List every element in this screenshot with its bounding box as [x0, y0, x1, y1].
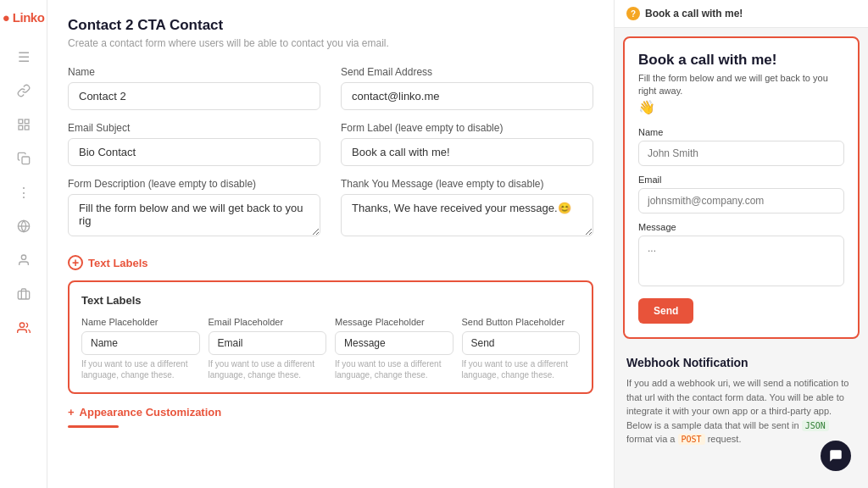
send-ph-hint: If you want to use a different language,… — [462, 358, 581, 380]
card-name-input[interactable] — [638, 141, 844, 166]
send-button[interactable]: Send — [638, 298, 693, 324]
sidebar-icon-globe[interactable] — [8, 211, 39, 241]
sidebar-icon-link[interactable] — [8, 75, 39, 106]
sidebar-icon-users[interactable] — [8, 313, 39, 343]
appearance-toggle[interactable]: + Appearance Customization — [68, 406, 593, 419]
text-labels-toggle[interactable]: + Text Labels — [68, 255, 593, 270]
page-subtitle: Create a contact form where users will b… — [68, 37, 593, 49]
webhook-section: Webhook Notification If you add a webhoo… — [615, 347, 868, 455]
card-email-input[interactable] — [638, 188, 844, 214]
preview-tab[interactable]: ? Book a call with me! — [615, 0, 868, 28]
svg-point-9 — [19, 323, 24, 327]
thankyou-input[interactable]: Thanks, We have received your message.😊 — [341, 194, 593, 236]
name-group: Name — [68, 66, 320, 110]
email-ph-hint: If you want to use a different language,… — [209, 358, 327, 380]
thankyou-label: Thank You Message (leave empty to disabl… — [341, 178, 593, 190]
card-message-label: Message — [638, 222, 844, 232]
content-area: Contact 2 CTA Contact Create a contact f… — [47, 0, 868, 488]
sidebar-icon-settings[interactable]: ⋮ — [8, 177, 39, 208]
sidebar-icon-copy[interactable] — [8, 143, 39, 174]
name-input[interactable] — [68, 82, 320, 110]
labels-grid: Name Placeholder If you want to use a di… — [81, 317, 580, 380]
message-ph-input[interactable] — [335, 331, 453, 355]
card-message-input[interactable] — [638, 236, 844, 286]
message-ph-hint: If you want to use a different language,… — [335, 358, 453, 380]
send-ph-label: Send Button Placeholder — [462, 317, 581, 327]
card-email-label: Email — [638, 175, 844, 185]
card-emoji: 👋 — [638, 100, 655, 114]
appearance-line — [68, 425, 119, 428]
svg-rect-1 — [25, 119, 29, 124]
form-grid: Name Send Email Address Email Subject Fo… — [68, 66, 593, 240]
email-label: Send Email Address — [341, 66, 593, 78]
text-labels-box: Text Labels Name Placeholder If you want… — [68, 280, 593, 394]
webhook-title: Webhook Notification — [626, 356, 856, 369]
email-input[interactable] — [341, 82, 593, 110]
json-tag: JSON — [802, 420, 829, 431]
sidebar: ● Linko ☰ ⋮ — [0, 0, 47, 488]
subject-label: Email Subject — [68, 122, 320, 134]
webhook-text: If you add a webhook uri, we will send a… — [626, 376, 856, 446]
message-ph-label: Message Placeholder — [335, 317, 453, 327]
svg-rect-8 — [18, 291, 29, 299]
email-ph-label: Email Placeholder — [209, 317, 327, 327]
text-labels-title: Text Labels — [81, 294, 580, 307]
name-ph-hint: If you want to use a different language,… — [81, 358, 200, 380]
name-placeholder-group: Name Placeholder If you want to use a di… — [81, 317, 200, 380]
sidebar-icon-page[interactable]: ☰ — [8, 42, 39, 72]
svg-point-7 — [21, 255, 25, 259]
preview-tab-label: Book a call with me! — [645, 8, 743, 19]
email-ph-input[interactable] — [209, 331, 327, 355]
logo: ● Linko — [3, 10, 45, 25]
svg-rect-2 — [25, 125, 29, 130]
text-labels-toggle-label: Text Labels — [88, 257, 148, 269]
appearance-plus-icon: + — [68, 406, 75, 419]
svg-rect-3 — [19, 125, 23, 130]
right-panel: ? Book a call with me! Book a call with … — [614, 0, 868, 488]
description-input[interactable]: Fill the form below and we will get back… — [68, 194, 320, 236]
thankyou-group: Thank You Message (leave empty to disabl… — [341, 178, 593, 240]
left-panel: Contact 2 CTA Contact Create a contact f… — [47, 0, 614, 488]
name-label: Name — [68, 66, 320, 78]
form-label-label: Form Label (leave empty to disable) — [341, 122, 593, 134]
sidebar-icon-id[interactable] — [8, 279, 39, 309]
chat-bubble[interactable] — [821, 441, 851, 471]
card-name-label: Name — [638, 127, 844, 137]
form-label-input[interactable] — [341, 138, 593, 166]
contact-card: Book a call with me! Fill the form below… — [623, 36, 860, 339]
description-label: Form Description (leave empty to disable… — [68, 178, 320, 190]
description-group: Form Description (leave empty to disable… — [68, 178, 320, 240]
send-placeholder-group: Send Button Placeholder If you want to u… — [462, 317, 581, 380]
question-icon: ? — [626, 7, 640, 20]
page-title: Contact 2 CTA Contact — [68, 17, 593, 34]
plus-icon: + — [68, 255, 83, 270]
card-desc: Fill the form below and we will get back… — [638, 72, 844, 117]
name-ph-label: Name Placeholder — [81, 317, 200, 327]
sidebar-icon-user[interactable] — [8, 245, 39, 275]
svg-rect-0 — [19, 119, 23, 124]
form-label-group: Form Label (leave empty to disable) — [341, 122, 593, 166]
send-ph-input[interactable] — [462, 331, 581, 355]
sidebar-icon-block[interactable] — [8, 109, 39, 140]
card-title: Book a call with me! — [638, 52, 844, 69]
message-placeholder-group: Message Placeholder If you want to use a… — [335, 317, 453, 380]
email-placeholder-group: Email Placeholder If you want to use a d… — [209, 317, 327, 380]
subject-input[interactable] — [68, 138, 320, 166]
subject-group: Email Subject — [68, 122, 320, 166]
name-ph-input[interactable] — [81, 331, 200, 355]
appearance-label: Appearance Customization — [80, 406, 222, 419]
main-content: Contact 2 CTA Contact Create a contact f… — [47, 0, 868, 488]
post-tag: POST — [678, 434, 705, 445]
svg-rect-4 — [22, 157, 30, 164]
email-group: Send Email Address — [341, 66, 593, 110]
